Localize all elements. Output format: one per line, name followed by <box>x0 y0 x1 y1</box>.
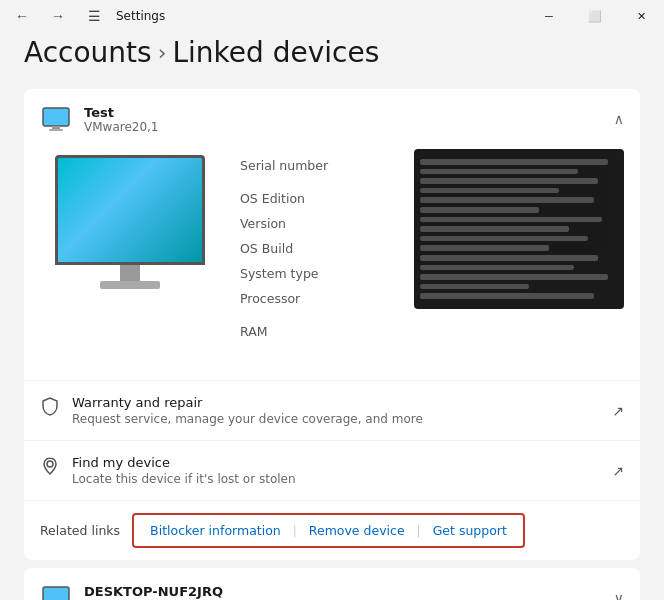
titlebar-left: ← → ☰ Settings <box>8 2 165 30</box>
back-button[interactable]: ← <box>8 2 36 30</box>
os-edition-label: OS Edition <box>240 186 394 211</box>
warranty-left: Warranty and repair Request service, man… <box>40 395 423 426</box>
warranty-text: Warranty and repair Request service, man… <box>72 395 423 426</box>
device1-specs: Serial number OS Edition Version OS Buil… <box>240 149 394 344</box>
finddevice-desc: Locate this device if it's lost or stole… <box>72 472 296 486</box>
device1-chevron: ∧ <box>614 111 624 127</box>
device1-name: Test <box>84 105 159 120</box>
system-type-label: System type <box>240 261 394 286</box>
menu-button[interactable]: ☰ <box>80 2 108 30</box>
page-title: Linked devices <box>172 36 379 69</box>
device2-name: DESKTOP-NUF2JRQ <box>84 584 223 599</box>
get-support-link[interactable]: Get support <box>425 519 515 542</box>
window-title: Settings <box>116 9 165 23</box>
serial-number-label: Serial number <box>240 153 394 178</box>
location-icon <box>40 456 60 476</box>
finddevice-external-icon: ↗ <box>612 463 624 479</box>
ram-label: RAM <box>240 319 394 344</box>
device2-name-block: DESKTOP-NUF2JRQ VMware20,1 <box>84 584 223 601</box>
breadcrumb-separator: › <box>158 40 167 65</box>
processor-label: Processor <box>240 286 394 311</box>
accounts-link[interactable]: Accounts <box>24 36 152 69</box>
finddevice-row[interactable]: Find my device Locate this device if it'… <box>24 440 640 500</box>
forward-button[interactable]: → <box>44 2 72 30</box>
related-links-row: Related links Bitlocker information | Re… <box>24 500 640 560</box>
device2-chevron: ∨ <box>614 590 624 600</box>
device1-card: Test VMware20,1 ∧ Serial num <box>24 89 640 560</box>
redacted-overlay <box>414 149 624 309</box>
device1-detail: Serial number OS Edition Version OS Buil… <box>24 149 640 380</box>
svg-rect-4 <box>43 587 69 600</box>
close-button[interactable]: ✕ <box>618 0 664 32</box>
device1-info-row: Serial number OS Edition Version OS Buil… <box>40 149 624 344</box>
warranty-desc: Request service, manage your device cove… <box>72 412 423 426</box>
device1-redacted-info <box>414 149 624 309</box>
device2-icon <box>40 582 72 600</box>
remove-device-link[interactable]: Remove device <box>301 519 413 542</box>
svg-rect-2 <box>49 129 63 131</box>
version-label: Version <box>240 211 394 236</box>
maximize-button[interactable]: ⬜ <box>572 0 618 32</box>
device1-sub: VMware20,1 <box>84 120 159 134</box>
monitor-base <box>100 281 160 289</box>
titlebar-controls: ─ ⬜ ✕ <box>526 0 664 32</box>
shield-icon <box>40 396 60 416</box>
device2-header-left: DESKTOP-NUF2JRQ VMware20,1 <box>40 582 223 600</box>
finddevice-title: Find my device <box>72 455 296 470</box>
device1-header-left: Test VMware20,1 <box>40 103 159 135</box>
breadcrumb: Accounts › Linked devices <box>24 32 640 69</box>
warranty-title: Warranty and repair <box>72 395 423 410</box>
os-build-label: OS Build <box>240 236 394 261</box>
warranty-external-icon: ↗ <box>612 403 624 419</box>
minimize-button[interactable]: ─ <box>526 0 572 32</box>
svg-rect-1 <box>52 126 60 129</box>
titlebar: ← → ☰ Settings ─ ⬜ ✕ <box>0 0 664 32</box>
svg-rect-0 <box>43 108 69 126</box>
monitor-screen <box>55 155 205 265</box>
device1-monitor-image <box>40 149 220 289</box>
device1-icon <box>40 103 72 135</box>
link-sep-1: | <box>293 524 297 538</box>
finddevice-left: Find my device Locate this device if it'… <box>40 455 296 486</box>
related-links-label: Related links <box>40 523 120 538</box>
warranty-row[interactable]: Warranty and repair Request service, man… <box>24 380 640 440</box>
device2-card: DESKTOP-NUF2JRQ VMware20,1 ∨ <box>24 568 640 600</box>
device1-name-block: Test VMware20,1 <box>84 105 159 134</box>
finddevice-text: Find my device Locate this device if it'… <box>72 455 296 486</box>
link-sep-2: | <box>417 524 421 538</box>
device1-header[interactable]: Test VMware20,1 ∧ <box>24 89 640 149</box>
device2-header[interactable]: DESKTOP-NUF2JRQ VMware20,1 ∨ <box>24 568 640 600</box>
monitor-neck <box>120 265 140 281</box>
main-content: Accounts › Linked devices Test VMware20,… <box>0 32 664 600</box>
bitlocker-link[interactable]: Bitlocker information <box>142 519 289 542</box>
svg-point-3 <box>47 461 53 467</box>
related-links-container: Bitlocker information | Remove device | … <box>132 513 525 548</box>
